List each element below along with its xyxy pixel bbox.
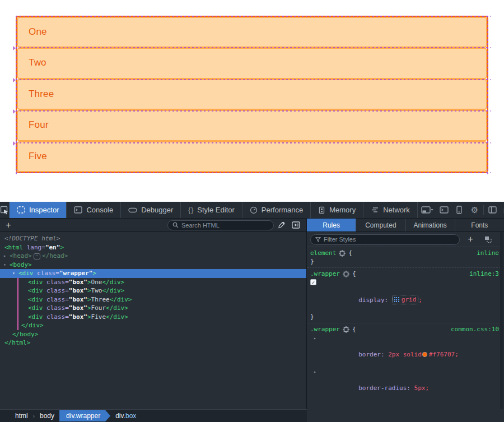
breadcrumb-item-body[interactable]: body bbox=[35, 412, 59, 420]
rule-source-link[interactable]: common.css:10 bbox=[451, 325, 499, 333]
rule-wrapper-common: .wrapper { common.css:10 ▸ border: 2px s… bbox=[307, 323, 503, 409]
tree-line-div-box[interactable]: <div class="box">Three</div> bbox=[0, 295, 306, 304]
filter-styles-input[interactable] bbox=[324, 236, 455, 243]
memory-icon bbox=[318, 206, 325, 214]
tree-line-close-html[interactable]: </html> bbox=[0, 338, 306, 347]
search-html-input[interactable] bbox=[181, 222, 269, 229]
eyedropper-icon bbox=[277, 221, 285, 229]
tab-style-editor[interactable]: { } Style Editor bbox=[181, 202, 242, 218]
breadcrumb-item-html[interactable]: html bbox=[10, 412, 33, 420]
add-rule-button[interactable]: + bbox=[463, 235, 478, 244]
tree-line-div-wrapper-selected[interactable]: ▾<div class="wrapper"> bbox=[0, 269, 306, 278]
tree-line-div-box[interactable]: <div class="box">Two</div> bbox=[0, 286, 306, 295]
grid-box: Three bbox=[17, 79, 487, 110]
split-console-icon bbox=[440, 206, 449, 214]
inspector-icon bbox=[17, 206, 25, 214]
collapsed-content-icon[interactable]: – bbox=[34, 253, 40, 259]
pseudo-class-icon bbox=[484, 236, 492, 243]
grid-line-marker-icon bbox=[13, 46, 16, 50]
grid-wrapper: One Two Three Four Five bbox=[16, 16, 488, 173]
tab-inspector[interactable]: Inspector bbox=[10, 202, 67, 218]
boxed-play-icon bbox=[292, 221, 300, 229]
tab-animations[interactable]: Animations bbox=[406, 219, 455, 231]
responsive-design-icon bbox=[456, 206, 462, 214]
settings-button[interactable]: ⚙ bbox=[467, 202, 482, 218]
tree-line-div-box[interactable]: <div class="box">Five</div> bbox=[0, 313, 306, 322]
expand-icon[interactable]: ▸ bbox=[314, 368, 316, 376]
rule-selector[interactable]: .wrapper bbox=[310, 270, 340, 278]
paint-flashing-button[interactable] bbox=[288, 221, 303, 229]
tab-memory[interactable]: Memory bbox=[311, 202, 363, 218]
tab-fonts[interactable]: Fonts bbox=[455, 219, 504, 231]
tree-line-head[interactable]: ▸<head>–</head> bbox=[0, 252, 306, 261]
grid-overlay-line bbox=[487, 16, 488, 175]
performance-icon bbox=[250, 206, 258, 214]
expand-icon[interactable]: ▸ bbox=[3, 252, 10, 261]
highlighter-target-icon[interactable] bbox=[339, 250, 346, 257]
sidebar-toggle-icon bbox=[488, 206, 497, 214]
grid-highlighter-icon[interactable] bbox=[394, 297, 399, 302]
filter-icon bbox=[315, 236, 321, 242]
responsive-design-button[interactable] bbox=[452, 202, 467, 218]
tab-label: Network bbox=[383, 206, 410, 214]
search-icon bbox=[172, 222, 179, 228]
tab-console[interactable]: Console bbox=[67, 202, 121, 218]
devtools-content: <!DOCTYPE html> <html lang="en"> ▸<head>… bbox=[0, 232, 504, 409]
rule-wrapper-inline: .wrapper { inline:3 ✓ display: grid; } bbox=[307, 267, 503, 323]
declaration-display-grid: ✓ display: grid; bbox=[307, 278, 503, 313]
tab-rules[interactable]: Rules bbox=[307, 219, 356, 231]
rule-source-link[interactable]: inline:3 bbox=[469, 270, 499, 278]
devtools-toolbar: Inspector Console Debugger { } Style Edi… bbox=[0, 202, 504, 219]
dock-options-button[interactable] bbox=[418, 202, 437, 218]
tree-line-doctype[interactable]: <!DOCTYPE html> bbox=[0, 234, 306, 243]
tab-computed[interactable]: Computed bbox=[356, 219, 405, 231]
sidebar-toggle-button[interactable] bbox=[485, 202, 500, 218]
tab-performance[interactable]: Performance bbox=[242, 202, 311, 218]
tree-line-html[interactable]: <html lang="en"> bbox=[0, 243, 306, 252]
pseudo-class-panel-button[interactable] bbox=[481, 236, 496, 243]
tree-line-div-box[interactable]: <div class="box">One</div> bbox=[0, 278, 306, 287]
highlighter-target-icon[interactable] bbox=[343, 326, 349, 333]
declaration-checkbox[interactable]: ✓ bbox=[310, 279, 316, 285]
tree-line-close-div[interactable]: </div> bbox=[0, 321, 306, 330]
breadcrumb-item-div-wrapper-selected[interactable]: div.wrapper bbox=[59, 410, 110, 421]
grid-line-marker-icon bbox=[13, 141, 16, 146]
declaration-border-radius: ▸ border-radius: 5px; bbox=[307, 367, 503, 401]
tab-label: Debugger bbox=[141, 206, 173, 214]
braces-icon: { } bbox=[188, 206, 193, 214]
markup-toolbar: + bbox=[0, 219, 307, 231]
tab-debugger[interactable]: Debugger bbox=[121, 202, 181, 218]
pick-element-icon bbox=[0, 206, 9, 215]
highlighter-target-icon[interactable] bbox=[343, 271, 349, 277]
collapse-icon[interactable]: ▾ bbox=[12, 269, 18, 278]
toolbar-separator bbox=[483, 205, 484, 215]
console-icon bbox=[74, 206, 82, 214]
tree-line-div-box[interactable]: <div class="box">Four</div> bbox=[0, 304, 306, 313]
search-html-box[interactable] bbox=[167, 220, 274, 230]
eyedropper-button[interactable] bbox=[274, 221, 288, 229]
add-node-button[interactable]: + bbox=[0, 220, 17, 230]
tab-label: Inspector bbox=[29, 206, 59, 214]
rendered-page: One Two Three Four Five bbox=[0, 0, 504, 202]
split-console-button[interactable] bbox=[437, 202, 452, 218]
network-icon bbox=[371, 207, 379, 213]
devtools-panel: Inspector Console Debugger { } Style Edi… bbox=[0, 202, 504, 422]
dock-options-icon bbox=[421, 206, 433, 214]
breadcrumb-item-div-box[interactable]: div.box bbox=[110, 412, 141, 420]
tree-line-close-body[interactable]: </body> bbox=[0, 330, 306, 339]
grid-box: One bbox=[17, 17, 487, 48]
rule-element: element { inline } bbox=[307, 247, 503, 267]
separate-window-button[interactable] bbox=[500, 202, 504, 218]
pick-element-button[interactable] bbox=[0, 202, 10, 218]
rule-source-link[interactable]: inline bbox=[477, 249, 499, 257]
tab-network[interactable]: Network bbox=[363, 202, 418, 218]
gear-icon: ⚙ bbox=[471, 205, 478, 215]
rule-selector[interactable]: element bbox=[310, 249, 336, 257]
tree-line-body[interactable]: ▾<body> bbox=[0, 261, 306, 270]
color-swatch[interactable] bbox=[422, 352, 427, 357]
filter-styles-box[interactable] bbox=[310, 234, 460, 245]
rule-selector[interactable]: .wrapper bbox=[310, 325, 340, 333]
collapse-icon[interactable]: ▾ bbox=[3, 261, 10, 270]
expand-icon[interactable]: ▸ bbox=[314, 334, 316, 342]
grid-value-toggle[interactable]: grid bbox=[392, 295, 419, 304]
